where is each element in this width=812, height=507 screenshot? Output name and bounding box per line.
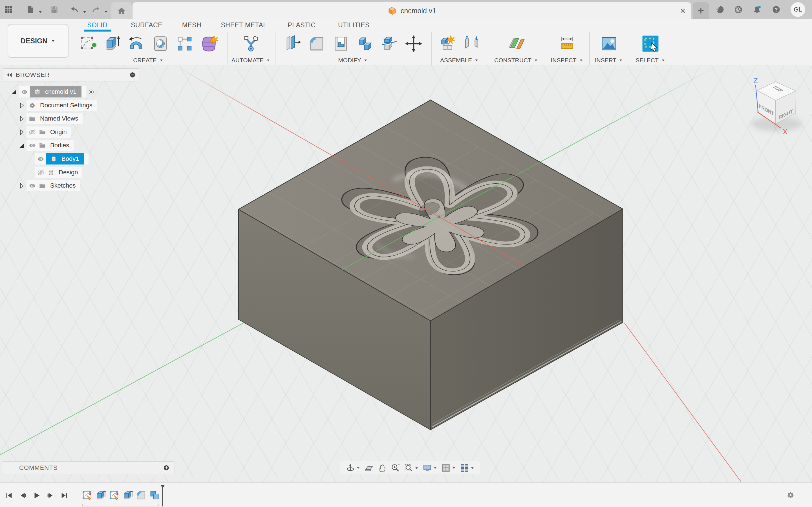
browser-header[interactable]: BROWSER (3, 68, 139, 81)
expand-arrow-icon[interactable] (16, 126, 27, 138)
grid-and-snaps-button[interactable] (441, 463, 456, 473)
tool-joint-button[interactable] (460, 32, 484, 55)
go-to-end-button[interactable] (59, 490, 70, 501)
document-tab[interactable]: cncmold v1 (133, 2, 691, 19)
model-body1[interactable] (0, 65, 812, 482)
zoom-window-button[interactable] (404, 463, 419, 473)
collapse-arrow-icon[interactable] (16, 140, 27, 151)
visibility-eye-icon[interactable] (36, 153, 46, 165)
3d-viewport[interactable]: TOP FRONT RIGHT Z X BROWSER cncmold v1Do… (0, 65, 812, 482)
browser-row-document-settings[interactable]: Document Settings (0, 100, 97, 111)
browser-row-bodies[interactable]: Bodies (0, 140, 73, 151)
combine-feature[interactable] (148, 489, 161, 501)
tool-measure-button[interactable] (555, 32, 579, 55)
extensions-icon[interactable] (715, 5, 725, 14)
sketch-feature-2[interactable] (108, 489, 120, 501)
tool-automate-button[interactable] (239, 32, 263, 55)
browser-row-origin[interactable]: Origin (0, 126, 71, 138)
expand-arrow-icon[interactable] (16, 113, 27, 124)
browser-row-design[interactable]: Design (0, 167, 82, 178)
visibility-eye-off-icon[interactable] (27, 126, 37, 138)
tool-press-pull-button[interactable] (280, 32, 305, 55)
redo-icon-caret[interactable] (101, 7, 111, 17)
app-grid-icon[interactable] (4, 5, 13, 14)
tool-create-sketch-button[interactable] (75, 32, 100, 55)
tool-split-body-button[interactable] (377, 32, 402, 55)
ribbon-tab-utilities[interactable]: UTILITIES (338, 19, 370, 31)
browser-row-sketches[interactable]: Sketches (0, 180, 80, 191)
selected-item[interactable]: cncmold v1 (30, 86, 82, 98)
visibility-eye-off-icon[interactable] (36, 167, 46, 178)
ribbon-tab-plastic[interactable]: PLASTIC (288, 19, 315, 31)
visibility-eye-icon[interactable] (27, 180, 37, 191)
tool-hole-button[interactable] (148, 32, 172, 55)
display-settings-button[interactable] (423, 463, 437, 473)
tool-new-component-button[interactable] (435, 32, 460, 55)
tool-extrude-button[interactable] (100, 32, 124, 55)
section-label-inspect[interactable]: INSPECT (551, 56, 583, 65)
look-at-button[interactable] (364, 463, 373, 473)
view-cube[interactable]: TOP FRONT RIGHT Z X (751, 76, 802, 136)
section-label-create[interactable]: CREATE (133, 56, 163, 65)
viewports-button[interactable] (460, 463, 474, 473)
expand-arrow-icon[interactable] (16, 180, 27, 191)
tool-select-tool-button[interactable] (638, 32, 663, 55)
visibility-eye-icon[interactable] (27, 140, 37, 151)
browser-row-named-views[interactable]: Named Views (0, 113, 83, 124)
file-new-icon[interactable] (26, 5, 35, 14)
notifications-icon[interactable] (752, 5, 762, 14)
undo-icon-caret[interactable] (80, 7, 89, 17)
tool-shell-button[interactable] (329, 32, 353, 55)
expand-arrow-icon[interactable] (16, 100, 27, 111)
avatar[interactable]: GL (791, 2, 805, 17)
tool-insert-image-button[interactable] (597, 32, 621, 55)
pan-button[interactable] (377, 463, 387, 473)
job-status-icon[interactable] (733, 5, 743, 14)
browser-options-icon[interactable] (126, 71, 139, 78)
extrude-feature-1[interactable] (94, 489, 107, 501)
ribbon-tab-mesh[interactable]: MESH (182, 19, 201, 31)
tool-move-copy-button[interactable] (402, 32, 426, 55)
browser-row-cncmold-v1[interactable]: cncmold v1 (0, 86, 96, 98)
undo-icon[interactable] (70, 5, 79, 14)
section-label-modify[interactable]: MODIFY (338, 56, 368, 65)
workspace-selector[interactable]: DESIGN (8, 24, 68, 58)
section-label-automate[interactable]: AUTOMATE (232, 56, 271, 65)
collapse-panel-icon[interactable] (3, 71, 16, 78)
timeline-settings-gear-icon[interactable] (786, 491, 796, 501)
file-new-icon-caret[interactable] (36, 7, 45, 17)
close-tab-button[interactable] (678, 6, 688, 15)
zoom-button[interactable] (391, 463, 400, 473)
save-icon[interactable] (50, 5, 59, 14)
tool-form-button[interactable] (197, 32, 221, 55)
ribbon-tab-sheet-metal[interactable]: SHEET METAL (221, 19, 267, 31)
tool-pattern-button[interactable] (172, 32, 197, 55)
timeline-position-marker[interactable] (161, 485, 165, 506)
add-comment-icon[interactable] (163, 464, 170, 471)
sketch-feature-1[interactable] (81, 489, 93, 501)
orbit-button[interactable] (346, 463, 360, 473)
ribbon-tab-surface[interactable]: SURFACE (131, 19, 162, 31)
tool-fillet-button[interactable] (305, 32, 329, 55)
active-component-radio[interactable] (86, 86, 96, 98)
step-back-button[interactable] (17, 490, 29, 501)
play-button[interactable] (31, 490, 42, 501)
new-tab-button[interactable] (693, 2, 709, 19)
home-tab-button[interactable] (111, 2, 132, 19)
section-label-insert[interactable]: INSERT (595, 56, 623, 65)
tool-construct-plane-button[interactable] (504, 32, 528, 55)
step-forward-button[interactable] (45, 490, 56, 501)
section-label-select[interactable]: SELECT (636, 56, 665, 65)
extrude-feature-2[interactable] (121, 489, 134, 501)
tool-revolve-button[interactable] (124, 32, 148, 55)
visibility-eye-icon[interactable] (19, 86, 29, 98)
ribbon-tab-solid[interactable]: SOLID (87, 19, 107, 31)
help-icon[interactable] (771, 5, 781, 14)
section-label-construct[interactable]: CONSTRUCT (494, 56, 538, 65)
browser-row-body1[interactable]: Body1 (0, 153, 89, 165)
fillet-feature[interactable] (135, 489, 147, 501)
redo-icon[interactable] (91, 5, 101, 14)
tool-combine-button[interactable] (353, 32, 377, 55)
comments-bar[interactable]: COMMENTS (2, 461, 175, 474)
selected-item[interactable]: Body1 (46, 153, 84, 165)
